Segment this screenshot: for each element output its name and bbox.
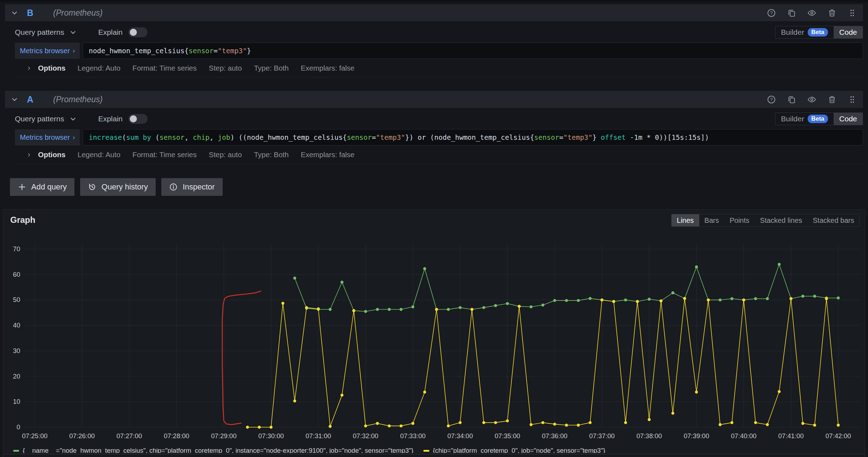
option-summary-item: Type: Both [254, 150, 289, 159]
svg-text:50: 50 [13, 296, 20, 303]
collapse-chevron-icon[interactable] [11, 10, 18, 16]
option-summary-item: Step: auto [209, 64, 242, 72]
svg-text:07:29:00: 07:29:00 [211, 432, 237, 440]
svg-text:07:38:00: 07:38:00 [636, 432, 662, 440]
code-label: Code [839, 115, 857, 123]
builder-label: Builder [781, 28, 804, 37]
graph-mode-lines[interactable]: Lines [672, 214, 699, 226]
help-icon[interactable]: ? [767, 95, 776, 104]
code-mode-button[interactable]: Code [834, 26, 863, 38]
query-patterns-label: Query patterns [15, 28, 64, 37]
copy-query-icon[interactable] [787, 95, 796, 104]
query-token-plain: ) ((node_hwmon_temp_celsius{ [230, 133, 347, 142]
svg-text:07:41:00: 07:41:00 [778, 432, 804, 440]
explain-label: Explain [98, 28, 123, 37]
copy-query-icon[interactable] [787, 9, 796, 17]
svg-text:?: ? [770, 97, 773, 102]
query-token-plain: , [210, 133, 218, 142]
options-row-B: › Options Legend: AutoFormat: Time serie… [15, 59, 863, 77]
query-line-A: Metrics browser › increase(sum by (senso… [15, 129, 863, 145]
explain-toggle[interactable] [128, 27, 148, 37]
query-token-string: "temp3" [563, 133, 592, 142]
svg-text:07:30:00: 07:30:00 [258, 432, 284, 440]
option-summary-item: Format: Time series [133, 150, 197, 159]
promql-query-input-B[interactable]: node_hwmon_temp_celsius{sensor="temp3"} [83, 43, 863, 59]
query-editor-section: B (Prometheus) ? Query patterns Explain … [0, 4, 868, 196]
query-token-plain: } [592, 133, 601, 142]
drag-handle-grip-icon[interactable] [848, 9, 857, 17]
svg-text:07:26:00: 07:26:00 [69, 432, 95, 440]
svg-text:30: 30 [13, 347, 20, 354]
chevron-right-icon: › [73, 134, 75, 141]
query-line-B: Metrics browser › node_hwmon_temp_celsiu… [15, 43, 863, 59]
svg-text:07:42:00: 07:42:00 [825, 432, 851, 440]
graph-mode-bars[interactable]: Bars [699, 214, 724, 226]
query-patterns-label: Query patterns [15, 115, 64, 123]
query-toolbar-A: Query patterns Explain Builder Beta Code [15, 112, 863, 126]
query-token-func: by [143, 133, 151, 142]
query-row-header-B[interactable]: B (Prometheus) ? [5, 4, 863, 21]
drag-handle-grip-icon[interactable] [848, 95, 857, 104]
legend-item[interactable]: {__name__="node_hwmon_temp_celsius", chi… [13, 447, 413, 453]
svg-text:70: 70 [13, 245, 20, 253]
query-token-label: sensor [347, 133, 372, 142]
svg-text:07:40:00: 07:40:00 [731, 432, 756, 440]
chevron-right-icon: › [28, 64, 30, 73]
help-icon[interactable]: ? [767, 9, 776, 17]
hide-response-eye-icon[interactable] [807, 9, 816, 17]
inspector-button[interactable]: Inspector [161, 178, 223, 196]
svg-text:07:32:00: 07:32:00 [353, 432, 378, 440]
beta-badge: Beta [808, 28, 828, 37]
query-patterns-dropdown[interactable]: Query patterns [15, 115, 76, 123]
query-token-plain: } [247, 47, 251, 55]
hide-response-eye-icon[interactable] [807, 95, 816, 104]
query-token-func: sum [126, 133, 139, 142]
collapse-chevron-icon[interactable] [11, 96, 18, 103]
query-ref-id: A [27, 94, 33, 105]
graph-mode-stacked-bars[interactable]: Stacked bars [807, 214, 859, 226]
metrics-browser-label: Metrics browser [20, 133, 70, 142]
remove-query-trash-icon[interactable] [828, 95, 836, 104]
code-mode-button[interactable]: Code [834, 113, 863, 125]
query-token-plain: , [184, 133, 193, 142]
app-top-edge [0, 0, 868, 2]
explain-toggle[interactable] [128, 114, 148, 124]
query-row-header-A[interactable]: A (Prometheus) ? [5, 91, 863, 108]
svg-text:07:31:00: 07:31:00 [306, 432, 331, 440]
add-query-button[interactable]: Add query [10, 178, 74, 196]
options-toggle[interactable]: Options [38, 64, 65, 72]
options-summary: Legend: AutoFormat: Time seriesStep: aut… [78, 64, 355, 72]
options-toggle[interactable]: Options [38, 150, 65, 159]
svg-text:60: 60 [13, 271, 20, 278]
datasource-name: (Prometheus) [53, 8, 102, 18]
builder-mode-button[interactable]: Builder Beta [775, 113, 834, 125]
query-patterns-dropdown[interactable]: Query patterns [15, 28, 76, 37]
code-label: Code [839, 28, 857, 37]
chevron-right-icon: › [28, 150, 30, 159]
options-row-A: › Options Legend: AutoFormat: Time serie… [15, 145, 863, 164]
explain-label: Explain [98, 115, 123, 123]
svg-text:?: ? [770, 10, 773, 16]
svg-text:07:34:00: 07:34:00 [447, 432, 473, 440]
builder-mode-button[interactable]: Builder Beta [775, 26, 834, 38]
query-token-plain: = [559, 133, 563, 142]
svg-text:0: 0 [17, 423, 20, 431]
query-token-func: offset [601, 133, 625, 142]
graph-canvas[interactable]: 01020304050607007:25:0007:26:0007:27:000… [10, 237, 864, 441]
option-summary-item: Exemplars: false [301, 64, 355, 72]
graph-mode-points[interactable]: Points [724, 214, 755, 226]
inspector-label: Inspector [183, 182, 215, 192]
query-token-plain: = [372, 133, 376, 142]
query-token-plain: node_hwmon_temp_celsius{ [89, 47, 189, 55]
option-summary-item: Format: Time series [133, 64, 197, 72]
query-token-label: chip [193, 133, 210, 142]
editor-mode-switch: Builder Beta Code [775, 26, 863, 39]
legend-item[interactable]: {chip="platform_coretemp_0", job="node",… [423, 447, 605, 453]
svg-text:07:35:00: 07:35:00 [495, 432, 520, 440]
promql-query-input-A[interactable]: increase(sum by (sensor, chip, job) ((no… [83, 129, 863, 145]
remove-query-trash-icon[interactable] [828, 9, 836, 17]
graph-mode-stacked-lines[interactable]: Stacked lines [755, 214, 807, 226]
metrics-browser-button[interactable]: Metrics browser › [15, 129, 80, 145]
query-history-button[interactable]: Query history [80, 178, 156, 196]
metrics-browser-button[interactable]: Metrics browser › [15, 43, 80, 59]
